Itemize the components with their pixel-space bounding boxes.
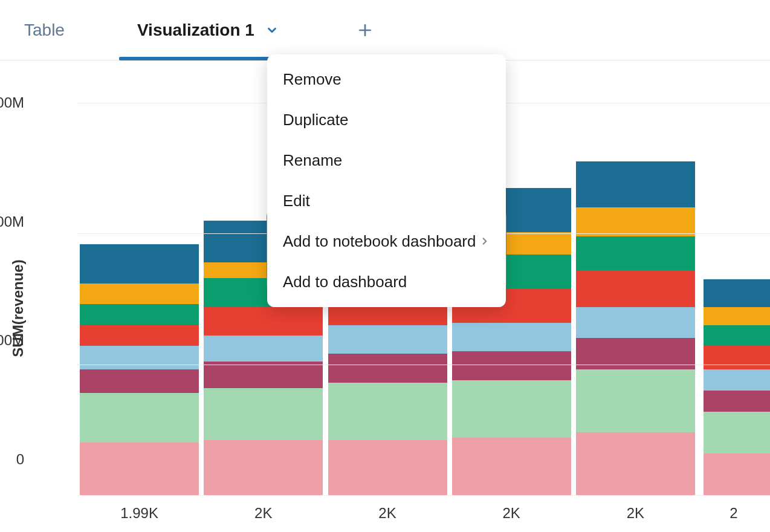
menu-item-label: Add to notebook dashboard [283,232,476,251]
x-tick-label: 2K [503,505,520,522]
bar-slot: 2K [574,103,697,495]
bar-segment [328,354,447,383]
menu-item-edit[interactable]: Edit [267,181,506,221]
bar-segment [80,393,199,443]
bar-segment [80,244,199,284]
stacked-bar[interactable] [80,244,199,495]
menu-item-add-to-dashboard[interactable]: Add to dashboard [267,262,506,302]
bar-segment [576,307,695,339]
bar-segment [80,443,199,495]
y-tick-label: 0 [0,451,24,468]
bar-segment [80,304,199,325]
bar-segment [80,346,199,369]
menu-item-label: Edit [283,192,310,210]
x-tick-label: 2K [254,505,272,522]
stacked-bar[interactable] [704,279,770,495]
tab-label: Table [24,21,65,40]
bar-segment [204,362,323,388]
bar-segment [328,440,447,495]
bar-segment [204,307,323,336]
menu-item-label: Duplicate [283,111,348,129]
bar-segment [452,351,571,380]
bar-segment [704,307,770,325]
bar-segment [576,161,695,207]
bar-segment [328,383,447,440]
y-tick-label: 100M [0,332,24,349]
bar-segment [576,207,695,236]
menu-item-add-to-notebook-dashboard[interactable]: Add to notebook dashboard [267,221,506,262]
menu-item-label: Rename [283,151,342,170]
menu-item-label: Add to dashboard [283,273,407,291]
bar-segment [80,284,199,305]
bar-segment [704,346,770,369]
bar-segment [204,388,323,441]
bar-segment [704,453,770,495]
add-tab-button[interactable] [351,22,379,38]
bar-segment [576,270,695,307]
gridline [77,365,770,365]
bar-segment [452,380,571,438]
tab-table[interactable]: Table [24,0,89,60]
chevron-right-icon [479,232,490,251]
menu-item-rename[interactable]: Rename [267,140,506,181]
bar-slot: 1.99K [77,103,201,495]
bar-segment [704,279,770,307]
y-tick-label: 300M [0,94,24,111]
bar-segment [704,412,770,453]
gridline [77,495,770,496]
tab-label: Visualization 1 [137,21,254,40]
bar-slot: 2 [697,103,770,495]
x-tick-label: 2K [627,505,644,522]
bar-segment [452,323,571,352]
tab-visualization-1[interactable]: Visualization 1 [137,0,303,60]
bar-segment [576,432,695,495]
bar-segment [80,325,199,346]
bar-segment [576,236,695,270]
bar-segment [452,438,571,495]
x-tick-label: 1.99K [120,505,158,522]
stacked-bar[interactable] [576,161,695,495]
bar-segment [80,369,199,393]
bar-segment [704,369,770,391]
y-tick-label: 200M [0,213,24,230]
menu-item-duplicate[interactable]: Duplicate [267,100,506,140]
bar-segment [704,391,770,412]
chevron-down-icon[interactable] [265,24,279,37]
tab-bar: Table Visualization 1 [0,0,770,60]
menu-item-label: Remove [283,70,341,89]
bar-segment [328,325,447,354]
x-tick-label: 2K [378,505,396,522]
bar-segment [576,369,695,432]
x-tick-label: 2 [730,505,737,522]
tab-context-menu: RemoveDuplicateRenameEditAdd to notebook… [267,54,506,307]
bar-segment [204,440,323,495]
menu-item-remove[interactable]: Remove [267,59,506,100]
bar-segment [704,325,770,346]
bar-segment [204,336,323,362]
